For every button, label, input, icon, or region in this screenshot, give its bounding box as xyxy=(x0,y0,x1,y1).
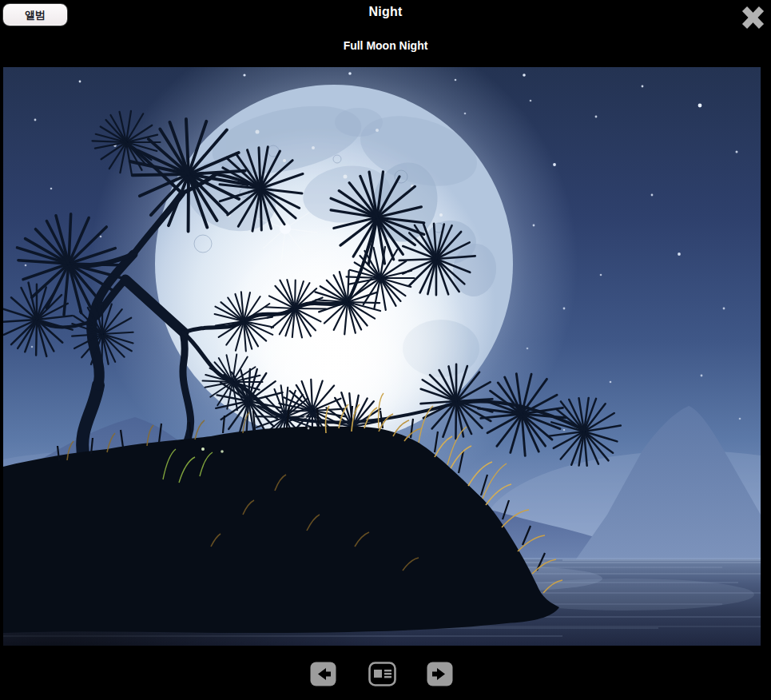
close-x-icon xyxy=(740,6,765,30)
bottom-toolbar xyxy=(3,646,761,700)
photo-viewer-window: 앨범 Night Full Moon Night xyxy=(0,0,771,700)
top-bar: 앨범 Night Full Moon Night xyxy=(0,0,771,67)
previous-photo-button[interactable] xyxy=(310,662,338,686)
photo-area xyxy=(3,67,761,646)
page-title: Night xyxy=(0,5,771,19)
slideshow-button[interactable] xyxy=(368,662,396,686)
photo-full-moon-night xyxy=(3,67,761,646)
toolbar-buttons xyxy=(3,662,761,686)
slide-card-icon xyxy=(368,662,396,686)
photo-title: Full Moon Night xyxy=(0,39,771,52)
close-button[interactable] xyxy=(740,6,765,30)
next-photo-button[interactable] xyxy=(427,662,455,686)
arrow-left-icon xyxy=(310,662,336,686)
arrow-right-icon xyxy=(427,662,453,686)
